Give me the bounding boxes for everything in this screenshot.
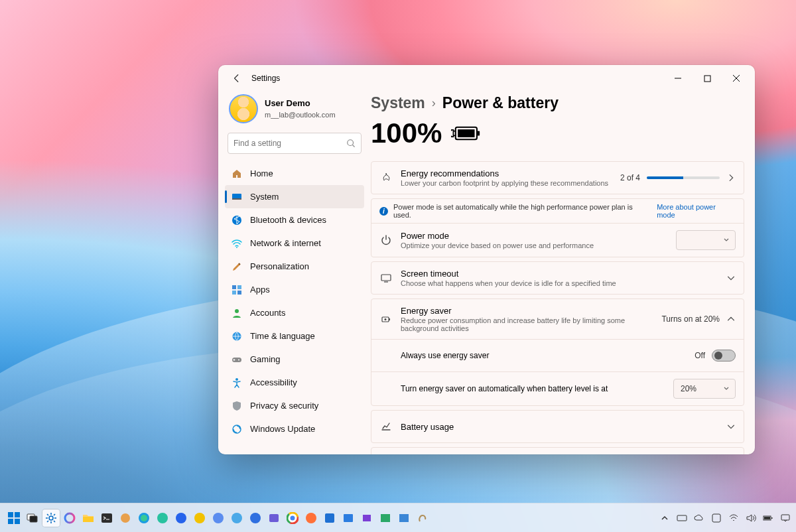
settings-window: Settings User Demo m__lab@outlook.com Ho… — [218, 65, 755, 454]
taskbar-terminal[interactable] — [98, 509, 115, 527]
maximize-button[interactable] — [693, 68, 722, 88]
energy-saver-card: Energy saver Reduce power consumption an… — [371, 299, 744, 406]
brush-icon — [232, 261, 242, 272]
profile[interactable]: User Demo m__lab@outlook.com — [225, 92, 364, 133]
svg-rect-6 — [232, 285, 236, 289]
energy-saver-status: Turns on at 20% — [661, 314, 720, 324]
taskbar-app-9[interactable] — [377, 509, 394, 527]
taskbar-edge[interactable] — [135, 509, 153, 527]
nav-personalization[interactable]: Personalization — [225, 255, 364, 278]
profile-email: m__lab@outlook.com — [265, 111, 336, 119]
svg-rect-55 — [399, 514, 409, 522]
titlebar: Settings — [218, 65, 755, 92]
svg-point-10 — [235, 309, 239, 313]
tray-keyboard-icon[interactable] — [677, 513, 687, 523]
taskbar-app-3[interactable] — [210, 509, 227, 527]
taskbar-edge-dev[interactable] — [154, 509, 171, 527]
svg-rect-0 — [704, 76, 710, 82]
nav-bluetooth[interactable]: Bluetooth & devices — [225, 208, 364, 232]
taskview-button[interactable] — [24, 509, 41, 527]
svg-point-39 — [157, 513, 168, 523]
svg-point-43 — [232, 513, 242, 523]
taskbar-app-11[interactable] — [414, 509, 431, 527]
svg-rect-61 — [781, 515, 789, 520]
nav-network[interactable]: Network & internet — [225, 232, 364, 255]
svg-rect-57 — [712, 514, 720, 522]
energy-recommendations-card[interactable]: Energy recommendations Lower your carbon… — [371, 161, 744, 194]
svg-rect-9 — [237, 291, 241, 295]
svg-point-40 — [176, 513, 186, 523]
tray-wifi-icon[interactable] — [728, 513, 739, 523]
monitor-icon — [379, 273, 393, 283]
minimize-button[interactable] — [663, 68, 693, 88]
taskbar — [0, 503, 796, 532]
power-mode-title: Power mode — [401, 231, 668, 241]
search-box[interactable] — [228, 133, 362, 154]
close-button[interactable] — [722, 68, 751, 88]
taskbar-explorer[interactable] — [80, 509, 97, 527]
svg-rect-17 — [478, 131, 480, 136]
tray-volume-icon[interactable] — [746, 513, 756, 523]
battery-usage-card[interactable]: Battery usage — [371, 410, 744, 443]
power-mode-link[interactable]: More about power mode — [657, 203, 736, 219]
chevron-right-icon — [726, 173, 736, 182]
page-title: Power & battery — [442, 94, 559, 112]
tray-battery-icon[interactable] — [763, 513, 773, 523]
power-mode-select[interactable] — [676, 230, 736, 250]
nav-privacy[interactable]: Privacy & security — [225, 394, 364, 417]
tray-overflow-icon[interactable] — [659, 513, 670, 523]
tray-app-icon[interactable] — [711, 513, 722, 523]
svg-point-14 — [235, 378, 238, 381]
always-energy-saver-state: Off — [695, 351, 705, 360]
always-energy-saver-toggle[interactable] — [712, 350, 736, 362]
back-button[interactable] — [226, 68, 247, 89]
svg-point-5 — [236, 247, 237, 248]
nav-apps[interactable]: Apps — [225, 278, 364, 301]
start-button[interactable] — [5, 509, 23, 527]
taskbar-app-8[interactable] — [358, 509, 375, 527]
nav-system[interactable]: System — [225, 185, 364, 208]
chevron-down-icon — [726, 273, 736, 283]
taskbar-edge-beta[interactable] — [228, 509, 245, 527]
svg-rect-54 — [381, 514, 390, 522]
search-input[interactable] — [233, 139, 346, 148]
taskbar-settings[interactable] — [42, 509, 60, 527]
taskbar-copilot[interactable] — [61, 509, 78, 527]
svg-rect-26 — [8, 512, 13, 517]
taskbar-app-5[interactable] — [265, 509, 283, 527]
nav-accounts[interactable]: Accounts — [225, 301, 364, 324]
svg-rect-59 — [771, 517, 773, 519]
taskbar-app-7[interactable] — [340, 509, 357, 527]
power-button-controls-card[interactable]: Power button controls Choose what happen… — [371, 447, 744, 454]
screen-timeout-card[interactable]: Screen timeout Choose what happens when … — [371, 261, 744, 295]
auto-energy-saver-select[interactable]: 20% — [673, 379, 736, 399]
taskbar-firefox[interactable] — [302, 509, 320, 527]
taskbar-app-10[interactable] — [395, 509, 413, 527]
power-mode-info: Power mode is set automatically while th… — [393, 203, 651, 219]
energy-saver-header[interactable]: Energy saver Reduce power consumption an… — [371, 299, 744, 339]
nav-accessibility[interactable]: Accessibility — [225, 371, 364, 394]
nav-home[interactable]: Home — [225, 162, 364, 185]
svg-point-44 — [250, 513, 261, 523]
taskbar-app-2[interactable] — [172, 509, 190, 527]
nav-time-language[interactable]: Time & language — [225, 324, 364, 348]
svg-point-42 — [213, 513, 224, 523]
svg-rect-27 — [15, 512, 20, 517]
nav-windows-update[interactable]: Windows Update — [225, 417, 364, 440]
chevron-down-icon — [726, 422, 736, 431]
tray-notifications-icon[interactable] — [780, 513, 791, 523]
taskbar-app-6[interactable] — [321, 509, 338, 527]
tray-onedrive-icon[interactable] — [694, 513, 704, 523]
nav-gaming[interactable]: Gaming — [225, 348, 364, 371]
svg-rect-53 — [344, 514, 353, 522]
taskbar-apps — [5, 509, 431, 527]
globe-icon — [232, 331, 242, 342]
taskbar-chrome[interactable] — [284, 509, 301, 527]
taskbar-edge-canary[interactable] — [191, 509, 208, 527]
breadcrumb-parent[interactable]: System — [371, 94, 425, 112]
taskbar-app-1[interactable] — [117, 509, 134, 527]
avatar — [229, 94, 258, 123]
taskbar-app-4[interactable] — [247, 509, 264, 527]
power-mode-sub: Optimize your device based on power use … — [401, 241, 668, 249]
always-energy-saver-label: Always use energy saver — [401, 351, 687, 360]
